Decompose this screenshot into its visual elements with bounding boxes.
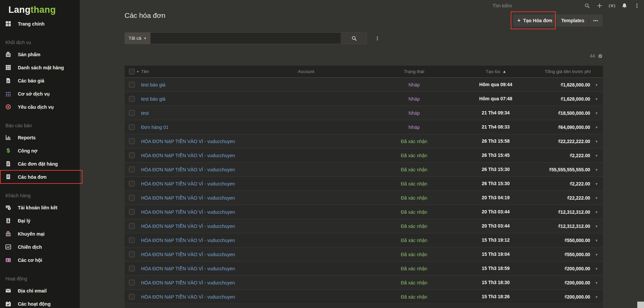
invoice-name-link[interactable]: HÓA ĐƠN NẠP TIỀN VÀO VÍ - vuducchuyen: [141, 181, 235, 186]
select-all-header[interactable]: ▼: [125, 66, 141, 78]
row-actions-caret-icon[interactable]: ▼: [595, 281, 598, 284]
row-actions-caret-icon[interactable]: ▼: [595, 210, 598, 214]
column-settings-gear-icon[interactable]: ⚙: [598, 54, 603, 59]
sidebar-item-label: Khuyến mại: [18, 231, 44, 237]
row-checkbox[interactable]: [129, 266, 135, 271]
sidebar-item[interactable]: Các hóa đơn: [0, 170, 80, 183]
sidebar-item[interactable]: Các báo giá: [0, 74, 80, 87]
row-actions-caret-icon[interactable]: ▼: [595, 139, 598, 143]
sidebar-item[interactable]: Reports: [0, 131, 80, 144]
row-checkbox[interactable]: [129, 195, 135, 201]
row-checkbox[interactable]: [129, 280, 135, 285]
filter-options-kebab[interactable]: [375, 36, 380, 41]
invoice-name-link[interactable]: Đơn hàng 01: [141, 125, 169, 130]
invoice-name-link[interactable]: HÓA ĐƠN NẠP TIỀN VÀO VÍ - vuducchuyen: [141, 224, 235, 229]
global-search-input[interactable]: [492, 3, 578, 9]
sidebar-item[interactable]: $Công nợ: [0, 144, 80, 157]
plus-icon[interactable]: [596, 2, 603, 9]
status-text: Nháp: [408, 125, 419, 130]
column-header-name[interactable]: Tên: [141, 66, 255, 78]
search-button[interactable]: [341, 32, 367, 44]
row-actions-caret-icon[interactable]: ▼: [595, 252, 598, 256]
sidebar-item[interactable]: Các đơn đặt hàng: [0, 157, 80, 170]
row-actions-caret-icon[interactable]: ▼: [595, 153, 598, 157]
sidebar-section-label: Khách hàng: [0, 183, 80, 201]
row-actions-caret-icon[interactable]: ▼: [595, 224, 598, 228]
row-actions-caret-icon[interactable]: ▼: [595, 168, 598, 171]
sidebar-item[interactable]: Các hoạt động: [0, 297, 80, 308]
row-checkbox[interactable]: [129, 96, 135, 102]
column-header-amount[interactable]: Tổng giá tiền trước phí: [520, 66, 603, 78]
invoice-name-link[interactable]: HÓA ĐƠN NẠP TIỀN VÀO VÍ - vuducchuyen: [141, 252, 235, 257]
column-header-account[interactable]: Account: [255, 66, 357, 78]
invoice-name-link[interactable]: HÓA ĐƠN NẠP TIỀN VÀO VÍ - vuducchuyen: [141, 153, 235, 158]
invoice-name-link[interactable]: test báo giá: [141, 96, 165, 102]
row-checkbox[interactable]: [129, 82, 135, 88]
row-actions-caret-icon[interactable]: ▼: [595, 182, 598, 185]
sidebar-item[interactable]: Địa chỉ email: [0, 284, 80, 297]
row-checkbox[interactable]: [129, 110, 135, 116]
table-row: HÓA ĐƠN NẠP TIỀN VÀO VÍ - vuducchuyenĐã …: [125, 233, 603, 247]
search-icon[interactable]: [584, 2, 590, 9]
row-actions-caret-icon[interactable]: ▼: [595, 83, 598, 87]
row-actions-caret-icon[interactable]: ▼: [595, 196, 598, 200]
row-actions-caret-icon[interactable]: ▼: [595, 125, 598, 129]
row-checkbox[interactable]: [129, 209, 135, 215]
row-actions-caret-icon[interactable]: ▼: [595, 238, 598, 242]
invoice-name-link[interactable]: test: [141, 110, 149, 116]
account-cell: [255, 134, 357, 148]
invoice-name-link[interactable]: HÓA ĐƠN NẠP TIỀN VÀO VÍ - vuducchuyen: [141, 167, 235, 172]
sidebar-item[interactable]: Khuyến mại: [0, 227, 80, 240]
invoice-name-link[interactable]: HÓA ĐƠN NẠP TIỀN VÀO VÍ - vuducchuyen: [141, 209, 235, 215]
account-cell: [255, 247, 357, 262]
account-cell: [255, 78, 357, 92]
more-actions-button[interactable]: •••: [588, 14, 603, 27]
sidebar-item[interactable]: Trang chính: [0, 17, 80, 30]
filter-scope-dropdown[interactable]: Tất cả ▼: [125, 32, 150, 44]
invoice-name-link[interactable]: HÓA ĐƠN NẠP TIỀN VÀO VÍ - vuducchuyen: [141, 294, 235, 300]
row-checkbox[interactable]: [129, 251, 135, 257]
row-checkbox[interactable]: [129, 138, 135, 144]
invoice-name-link[interactable]: HÓA ĐƠN NẠP TIỀN VÀO VÍ - vuducchuyen: [141, 238, 235, 243]
row-actions-caret-icon[interactable]: ▼: [595, 111, 598, 115]
sidebar-item[interactable]: Tài khoản liên kết: [0, 201, 80, 214]
invoice-name-link[interactable]: HÓA ĐƠN NẠP TIỀN VÀO VÍ - vuducchuyen: [141, 280, 235, 285]
sidebar-item[interactable]: Sản phẩm: [0, 48, 80, 61]
kebab-icon[interactable]: [634, 2, 640, 9]
sidebar-item[interactable]: Các cơ hội: [0, 253, 80, 267]
language-icon[interactable]: ('A'): [609, 2, 615, 9]
bell-icon[interactable]: [621, 2, 628, 9]
row-checkbox[interactable]: [129, 167, 135, 172]
row-actions-caret-icon[interactable]: ▼: [595, 295, 598, 299]
sidebar-item[interactable]: Chiến dịch: [0, 240, 80, 253]
select-all-checkbox[interactable]: [129, 69, 135, 74]
row-checkbox[interactable]: [129, 181, 135, 186]
row-actions-caret-icon[interactable]: ▼: [595, 97, 598, 101]
sidebar-item[interactable]: Cơ sở dịch vụ: [0, 87, 80, 100]
status-text: Đã xác nhận: [401, 252, 428, 257]
invoice-name-link[interactable]: HÓA ĐƠN NẠP TIỀN VÀO VÍ - vuducchuyen: [141, 195, 235, 201]
invoice-name-link[interactable]: test báo giá: [141, 82, 165, 88]
account-cell: [255, 304, 357, 308]
amount-text: ₫22,222,222.00: [558, 139, 590, 144]
sidebar-item[interactable]: Yêu cầu dịch vụ: [0, 100, 80, 113]
app-logo[interactable]: Langthang: [0, 0, 80, 17]
invoice-name-link[interactable]: HÓA ĐƠN NẠP TIỀN VÀO VÍ - vuducchuyen: [141, 266, 235, 271]
row-checkbox[interactable]: [129, 152, 135, 158]
sidebar-item[interactable]: Danh sách mặt hàng: [0, 61, 80, 74]
row-checkbox[interactable]: [129, 124, 135, 130]
create-invoice-button[interactable]: + Tạo Hóa đơn: [513, 14, 557, 27]
scrollbar-thumb[interactable]: [637, 302, 644, 308]
invoice-name-link[interactable]: HÓA ĐƠN NẠP TIỀN VÀO VÍ - vuducchuyen: [141, 139, 235, 144]
drawer-clock-icon: [5, 205, 11, 211]
list-search-input[interactable]: [150, 32, 341, 44]
row-checkbox[interactable]: [129, 223, 135, 229]
templates-button[interactable]: Templates: [556, 14, 588, 27]
row-checkbox[interactable]: [129, 237, 135, 243]
row-actions-caret-icon[interactable]: ▼: [595, 267, 598, 270]
column-header-created[interactable]: Tạo lúc∧: [471, 66, 520, 78]
sidebar-item[interactable]: Đại lý: [0, 214, 80, 227]
column-header-status[interactable]: Trạng thái: [357, 66, 471, 78]
caret-down-icon[interactable]: ▼: [136, 70, 139, 73]
row-checkbox[interactable]: [129, 294, 135, 300]
